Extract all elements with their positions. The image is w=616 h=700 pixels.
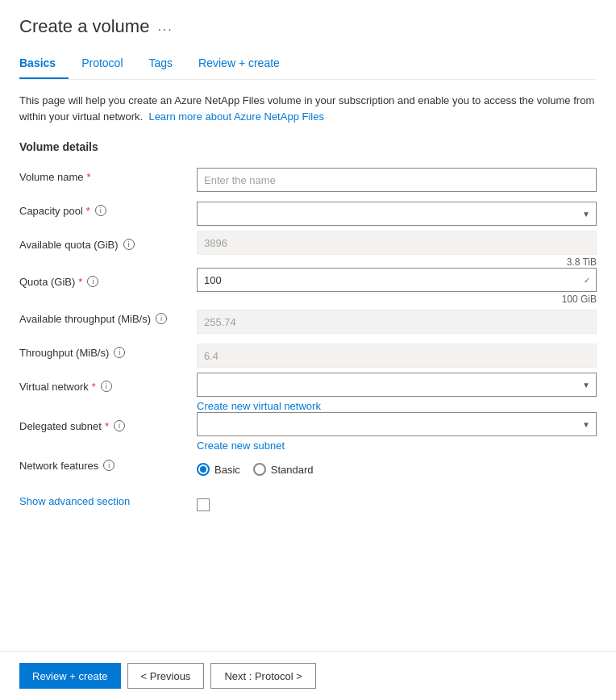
available-throughput-label: Available throughput (MiB/s) i: [19, 305, 197, 339]
capacity-pool-label: Capacity pool * i: [19, 197, 197, 231]
next-protocol-button[interactable]: Next : Protocol >: [210, 663, 315, 689]
tab-bar: Basics Protocol Tags Review + create: [19, 50, 597, 80]
available-quota-input: [197, 231, 597, 255]
tab-protocol[interactable]: Protocol: [81, 50, 135, 79]
page-title: Create a volume: [19, 16, 149, 37]
tab-tags[interactable]: Tags: [149, 50, 186, 79]
volume-name-field: [197, 163, 597, 197]
quota-select[interactable]: 100: [197, 268, 597, 292]
capacity-pool-field: ▼: [197, 197, 597, 231]
throughput-field: [197, 339, 597, 373]
review-create-button[interactable]: Review + create: [19, 663, 121, 689]
available-quota-field: 3.8 TiB: [197, 231, 597, 268]
network-features-radio-group: Basic Standard: [197, 456, 597, 482]
network-features-standard-label: Standard: [271, 464, 314, 476]
available-quota-info-icon: i: [123, 239, 135, 250]
ellipsis-menu-button[interactable]: ...: [157, 19, 173, 34]
required-indicator: *: [92, 381, 96, 393]
show-advanced-label: Show advanced section: [19, 487, 197, 523]
network-features-basic-option[interactable]: Basic: [197, 463, 240, 476]
network-features-standard-option[interactable]: Standard: [253, 463, 314, 476]
tab-basics[interactable]: Basics: [19, 50, 69, 79]
capacity-pool-select[interactable]: [197, 202, 597, 226]
volume-name-label: Volume name *: [19, 163, 197, 197]
network-features-basic-radio[interactable]: [197, 463, 210, 476]
required-indicator: *: [86, 205, 90, 217]
quota-info-icon: i: [87, 276, 98, 287]
virtual-network-select[interactable]: [197, 373, 597, 397]
required-indicator: *: [87, 171, 91, 183]
network-features-field: Basic Standard: [197, 452, 597, 487]
tab-review-create[interactable]: Review + create: [198, 50, 293, 79]
quota-label: Quota (GiB) * i: [19, 268, 197, 305]
available-throughput-field: [197, 305, 597, 339]
virtual-network-label: Virtual network * i: [19, 373, 197, 412]
page-description: This page will help you create an Azure …: [19, 93, 597, 124]
section-title: Volume details: [19, 140, 597, 153]
volume-name-input[interactable]: [197, 168, 597, 192]
required-indicator: *: [105, 420, 109, 432]
network-features-standard-radio[interactable]: [253, 463, 266, 476]
delegated-subnet-label: Delegated subnet * i: [19, 412, 197, 452]
throughput-input: [197, 344, 597, 368]
create-virtual-network-link[interactable]: Create new virtual network: [197, 400, 597, 412]
network-features-info-icon: i: [103, 460, 114, 471]
delegated-subnet-info-icon: i: [114, 420, 125, 431]
show-advanced-field: [197, 487, 597, 523]
available-throughput-info-icon: i: [156, 313, 167, 324]
learn-more-link[interactable]: Learn more about Azure NetApp Files: [148, 110, 324, 123]
previous-button[interactable]: < Previous: [127, 663, 205, 689]
throughput-info-icon: i: [114, 347, 125, 358]
virtual-network-field: ▼ Create new virtual network: [197, 373, 597, 412]
delegated-subnet-field: ▼ Create new subnet: [197, 412, 597, 452]
network-features-basic-label: Basic: [214, 464, 240, 476]
quota-field: 100 ✓ 100 GiB: [197, 268, 597, 305]
required-indicator: *: [78, 276, 82, 288]
delegated-subnet-select[interactable]: [197, 412, 597, 436]
quota-hint: 100 GiB: [197, 292, 597, 305]
virtual-network-info-icon: i: [101, 381, 112, 392]
capacity-pool-info-icon: i: [95, 205, 106, 216]
footer: Review + create < Previous Next : Protoc…: [0, 651, 616, 700]
throughput-label: Throughput (MiB/s) i: [19, 339, 197, 373]
network-features-label: Network features i: [19, 452, 197, 487]
available-quota-label: Available quota (GiB) i: [19, 231, 197, 268]
available-throughput-input: [197, 310, 597, 334]
available-quota-hint: 3.8 TiB: [197, 255, 597, 268]
create-subnet-link[interactable]: Create new subnet: [197, 440, 597, 452]
volume-details-form: Volume name * Capacity pool * i ▼ Availa…: [19, 163, 597, 523]
show-advanced-checkbox[interactable]: [197, 498, 210, 511]
